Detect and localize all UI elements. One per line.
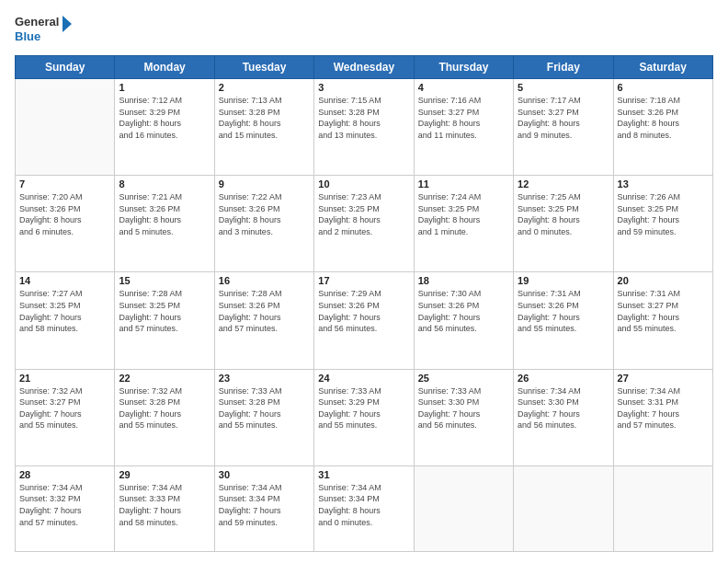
day-info: Sunrise: 7:34 AM Sunset: 3:30 PM Dayligh… <box>518 385 609 431</box>
day-info: Sunrise: 7:21 AM Sunset: 3:26 PM Dayligh… <box>119 191 210 237</box>
day-cell-16: 16Sunrise: 7:28 AM Sunset: 3:26 PM Dayli… <box>214 272 313 369</box>
day-number: 11 <box>418 178 509 190</box>
day-number: 4 <box>418 82 509 93</box>
day-number: 30 <box>219 469 310 480</box>
day-number: 14 <box>19 275 110 286</box>
empty-cell <box>613 465 712 551</box>
day-number: 23 <box>219 373 310 384</box>
day-header-friday: Friday <box>514 56 613 79</box>
day-info: Sunrise: 7:34 AM Sunset: 3:33 PM Dayligh… <box>119 482 210 528</box>
day-header-sunday: Sunday <box>16 56 115 79</box>
day-number: 8 <box>119 178 210 190</box>
day-info: Sunrise: 7:17 AM Sunset: 3:27 PM Dayligh… <box>518 95 609 141</box>
day-number: 31 <box>318 469 409 480</box>
day-info: Sunrise: 7:18 AM Sunset: 3:26 PM Dayligh… <box>618 95 709 141</box>
day-number: 2 <box>219 82 310 93</box>
day-cell-27: 27Sunrise: 7:34 AM Sunset: 3:31 PM Dayli… <box>613 369 712 465</box>
day-header-wednesday: Wednesday <box>314 56 414 79</box>
week-row-2: 7Sunrise: 7:20 AM Sunset: 3:26 PM Daylig… <box>16 176 713 272</box>
day-number: 15 <box>119 275 210 286</box>
day-number: 16 <box>219 275 310 286</box>
day-cell-22: 22Sunrise: 7:32 AM Sunset: 3:28 PM Dayli… <box>115 369 214 465</box>
day-info: Sunrise: 7:33 AM Sunset: 3:29 PM Dayligh… <box>318 385 409 431</box>
svg-text:General: General <box>15 15 59 29</box>
day-number: 6 <box>618 82 709 93</box>
day-cell-14: 14Sunrise: 7:27 AM Sunset: 3:25 PM Dayli… <box>16 272 115 369</box>
day-number: 26 <box>518 373 609 384</box>
day-info: Sunrise: 7:12 AM Sunset: 3:29 PM Dayligh… <box>119 95 210 141</box>
day-number: 7 <box>19 178 110 190</box>
day-header-tuesday: Tuesday <box>214 56 313 79</box>
day-info: Sunrise: 7:34 AM Sunset: 3:31 PM Dayligh… <box>618 385 709 431</box>
day-cell-8: 8Sunrise: 7:21 AM Sunset: 3:26 PM Daylig… <box>115 176 214 272</box>
day-number: 3 <box>318 82 409 93</box>
logo: General Blue <box>15 11 79 48</box>
day-cell-11: 11Sunrise: 7:24 AM Sunset: 3:25 PM Dayli… <box>414 176 513 272</box>
day-number: 10 <box>318 178 409 190</box>
day-number: 19 <box>518 275 609 286</box>
week-row-5: 28Sunrise: 7:34 AM Sunset: 3:32 PM Dayli… <box>16 465 713 551</box>
day-info: Sunrise: 7:34 AM Sunset: 3:34 PM Dayligh… <box>219 482 310 528</box>
day-number: 17 <box>318 275 409 286</box>
day-header-monday: Monday <box>115 56 214 79</box>
week-row-3: 14Sunrise: 7:27 AM Sunset: 3:25 PM Dayli… <box>16 272 713 369</box>
day-number: 5 <box>518 82 609 93</box>
svg-text:Blue: Blue <box>15 29 40 43</box>
day-cell-15: 15Sunrise: 7:28 AM Sunset: 3:25 PM Dayli… <box>115 272 214 369</box>
day-cell-29: 29Sunrise: 7:34 AM Sunset: 3:33 PM Dayli… <box>115 465 214 551</box>
week-row-1: 1Sunrise: 7:12 AM Sunset: 3:29 PM Daylig… <box>16 79 713 176</box>
day-number: 21 <box>19 373 110 384</box>
svg-marker-2 <box>63 16 72 32</box>
day-cell-21: 21Sunrise: 7:32 AM Sunset: 3:27 PM Dayli… <box>16 369 115 465</box>
day-cell-12: 12Sunrise: 7:25 AM Sunset: 3:25 PM Dayli… <box>514 176 613 272</box>
day-info: Sunrise: 7:23 AM Sunset: 3:25 PM Dayligh… <box>318 191 409 237</box>
day-cell-13: 13Sunrise: 7:26 AM Sunset: 3:25 PM Dayli… <box>613 176 712 272</box>
empty-cell <box>16 79 115 176</box>
day-info: Sunrise: 7:33 AM Sunset: 3:28 PM Dayligh… <box>219 385 310 431</box>
day-info: Sunrise: 7:24 AM Sunset: 3:25 PM Dayligh… <box>418 191 509 237</box>
day-cell-3: 3Sunrise: 7:15 AM Sunset: 3:28 PM Daylig… <box>314 79 414 176</box>
day-number: 9 <box>219 178 310 190</box>
day-number: 27 <box>618 373 709 384</box>
day-cell-7: 7Sunrise: 7:20 AM Sunset: 3:26 PM Daylig… <box>16 176 115 272</box>
day-cell-23: 23Sunrise: 7:33 AM Sunset: 3:28 PM Dayli… <box>214 369 313 465</box>
day-cell-20: 20Sunrise: 7:31 AM Sunset: 3:27 PM Dayli… <box>613 272 712 369</box>
day-number: 20 <box>618 275 709 286</box>
empty-cell <box>514 465 613 551</box>
day-info: Sunrise: 7:28 AM Sunset: 3:25 PM Dayligh… <box>119 288 210 334</box>
empty-cell <box>414 465 513 551</box>
day-header-saturday: Saturday <box>613 56 712 79</box>
day-info: Sunrise: 7:31 AM Sunset: 3:26 PM Dayligh… <box>518 288 609 334</box>
day-number: 29 <box>119 469 210 480</box>
day-number: 18 <box>418 275 509 286</box>
day-cell-10: 10Sunrise: 7:23 AM Sunset: 3:25 PM Dayli… <box>314 176 414 272</box>
day-info: Sunrise: 7:29 AM Sunset: 3:26 PM Dayligh… <box>318 288 409 334</box>
logo-svg: General Blue <box>15 11 79 48</box>
day-info: Sunrise: 7:27 AM Sunset: 3:25 PM Dayligh… <box>19 288 110 334</box>
day-info: Sunrise: 7:13 AM Sunset: 3:28 PM Dayligh… <box>219 95 310 141</box>
day-info: Sunrise: 7:28 AM Sunset: 3:26 PM Dayligh… <box>219 288 310 334</box>
day-info: Sunrise: 7:22 AM Sunset: 3:26 PM Dayligh… <box>219 191 310 237</box>
day-number: 28 <box>19 469 110 480</box>
day-cell-19: 19Sunrise: 7:31 AM Sunset: 3:26 PM Dayli… <box>514 272 613 369</box>
week-row-4: 21Sunrise: 7:32 AM Sunset: 3:27 PM Dayli… <box>16 369 713 465</box>
day-info: Sunrise: 7:33 AM Sunset: 3:30 PM Dayligh… <box>418 385 509 431</box>
day-cell-30: 30Sunrise: 7:34 AM Sunset: 3:34 PM Dayli… <box>214 465 313 551</box>
page-header: General Blue <box>15 11 713 48</box>
day-cell-18: 18Sunrise: 7:30 AM Sunset: 3:26 PM Dayli… <box>414 272 513 369</box>
day-number: 1 <box>119 82 210 93</box>
day-number: 25 <box>418 373 509 384</box>
day-cell-25: 25Sunrise: 7:33 AM Sunset: 3:30 PM Dayli… <box>414 369 513 465</box>
day-cell-31: 31Sunrise: 7:34 AM Sunset: 3:34 PM Dayli… <box>314 465 414 551</box>
day-number: 12 <box>518 178 609 190</box>
day-number: 13 <box>618 178 709 190</box>
day-info: Sunrise: 7:16 AM Sunset: 3:27 PM Dayligh… <box>418 95 509 141</box>
day-info: Sunrise: 7:20 AM Sunset: 3:26 PM Dayligh… <box>19 191 110 237</box>
day-info: Sunrise: 7:34 AM Sunset: 3:34 PM Dayligh… <box>318 482 409 528</box>
day-cell-5: 5Sunrise: 7:17 AM Sunset: 3:27 PM Daylig… <box>514 79 613 176</box>
day-cell-9: 9Sunrise: 7:22 AM Sunset: 3:26 PM Daylig… <box>214 176 313 272</box>
day-info: Sunrise: 7:31 AM Sunset: 3:27 PM Dayligh… <box>618 288 709 334</box>
day-cell-4: 4Sunrise: 7:16 AM Sunset: 3:27 PM Daylig… <box>414 79 513 176</box>
day-cell-2: 2Sunrise: 7:13 AM Sunset: 3:28 PM Daylig… <box>214 79 313 176</box>
day-cell-24: 24Sunrise: 7:33 AM Sunset: 3:29 PM Dayli… <box>314 369 414 465</box>
